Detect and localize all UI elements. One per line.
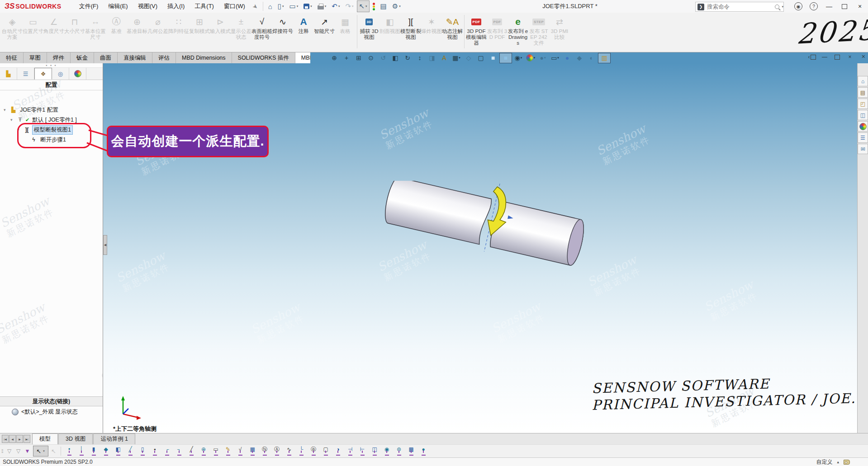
expander-icon[interactable]: ▾	[10, 118, 16, 122]
note-button[interactable]: A注释	[293, 13, 314, 40]
dropdown-arrow-icon[interactable]: ▾	[352, 5, 354, 8]
sphere-tool[interactable]: ●	[417, 445, 430, 457]
bend-note-tool[interactable]: └	[295, 445, 308, 457]
tab-焊件[interactable]: 焊件	[47, 52, 71, 63]
search-dropdown-icon[interactable]: ▾	[782, 5, 783, 9]
extrude-tool[interactable]: ▮	[88, 445, 100, 457]
section-view-icon[interactable]: ◧	[389, 53, 401, 63]
normal-to-icon[interactable]: ↕	[414, 53, 426, 63]
break-left-tool[interactable]: ⊣	[344, 445, 356, 457]
file-explorer-icon[interactable]: ◰	[858, 99, 868, 109]
select-tool-button[interactable]: ↖▾	[33, 446, 48, 457]
menu-item[interactable]: 工具(T)	[190, 0, 219, 13]
section-tool[interactable]: ◑	[332, 445, 344, 457]
dropdown-arrow-icon[interactable]: ▾	[534, 56, 536, 60]
chamfer-tool[interactable]: ╱	[124, 445, 137, 457]
filter-all-icon[interactable]: ▽	[5, 446, 14, 456]
broken-cylinder-model[interactable]	[371, 181, 624, 316]
filter-annotations-icon[interactable]: ▼	[23, 446, 32, 456]
minimize-button[interactable]: —	[823, 1, 835, 12]
doc-restore-button[interactable]	[833, 53, 842, 61]
expander-icon[interactable]: ▾	[4, 108, 9, 112]
doc-tab-运动算例 1[interactable]: 运动算例 1	[93, 433, 135, 444]
restore-button[interactable]	[838, 1, 851, 12]
tab-MBD Dimensions[interactable]: MBD Dimensions	[176, 52, 232, 63]
pin-menu-icon[interactable]: ➤	[251, 2, 259, 11]
concentric-tool[interactable]: ⊚	[393, 445, 405, 457]
options-gear-icon[interactable]: ⚙▾	[390, 0, 403, 12]
first-tab-button[interactable]: |◀	[2, 435, 9, 443]
tag-icon[interactable]	[844, 460, 850, 465]
search-icon[interactable]	[775, 5, 779, 9]
hide-show-items-icon[interactable]: ◉▾	[512, 53, 524, 63]
weld-symbol-tool[interactable]: ∿	[283, 445, 295, 457]
pan-icon[interactable]: +	[341, 53, 352, 63]
revolve-tool[interactable]: ◆	[100, 445, 112, 457]
menu-item[interactable]: 编辑(E)	[103, 0, 133, 13]
dropdown-arrow-icon[interactable]: ▾	[282, 5, 284, 8]
note-letter-tool[interactable]: Ⓐ	[271, 445, 283, 457]
search-input[interactable]	[706, 3, 775, 10]
doc-tab-3D 视图[interactable]: 3D 视图	[58, 433, 93, 444]
custom-properties-icon[interactable]: ☰	[858, 132, 868, 143]
centerline-tool[interactable]: │	[76, 445, 88, 457]
expand-arrow-icon[interactable]: ▴	[837, 460, 839, 464]
tree-item[interactable]: ▾▙JOE零件1 配置	[0, 105, 103, 115]
menu-item[interactable]: 视图(V)	[133, 0, 162, 13]
account-icon[interactable]: ◉	[792, 1, 805, 12]
view-orientation-icon[interactable]: ▦▾	[451, 53, 462, 63]
point-tool[interactable]: •	[63, 445, 76, 457]
hole-wizard-tool[interactable]: ⊕	[198, 445, 210, 457]
tab-特征[interactable]: 特征	[0, 52, 24, 63]
undo-icon[interactable]: ↶▾	[329, 0, 342, 12]
design-library-icon[interactable]: ▤	[858, 87, 868, 98]
hidden-lines-visible-icon[interactable]: ▢	[475, 53, 487, 63]
dynamic-annotation-icon[interactable]: A	[438, 53, 450, 63]
home-icon[interactable]: ⌂	[266, 0, 275, 12]
dropdown-arrow-icon[interactable]: ▾	[310, 5, 312, 8]
home-tab-icon[interactable]: ⌂	[858, 76, 868, 86]
select-arrow-icon[interactable]: ↖▾	[357, 0, 370, 12]
note-number-tool[interactable]: Ⓝ	[259, 445, 271, 457]
redo-icon[interactable]: ↷▾	[343, 0, 356, 12]
split-view-tool[interactable]: ◫	[369, 445, 381, 457]
configurationmanager-tab[interactable]: ❖	[34, 68, 52, 80]
dropdown-arrow-icon[interactable]: ▾	[521, 56, 522, 60]
line-tool[interactable]: ╱	[185, 445, 198, 457]
tab-SOLIDWORKS 插件[interactable]: SOLIDWORKS 插件	[232, 52, 295, 63]
rebuild-traffic-light-icon[interactable]	[370, 0, 377, 12]
weld-symbol-button[interactable]: ∿焊接符号	[272, 13, 293, 40]
panel-splitter-handle[interactable]: • • •	[0, 63, 103, 68]
close-button[interactable]: ×	[854, 1, 866, 12]
prev-tab-button[interactable]: ◀	[9, 435, 16, 443]
tab-钣金[interactable]: 钣金	[71, 52, 94, 63]
display-state-item[interactable]: <默认>_外观 显示状态	[0, 406, 103, 417]
new-document-icon[interactable]: ▯▾	[275, 0, 286, 12]
mbd-view-mode-icon[interactable]: ▥	[598, 53, 611, 63]
customize-label[interactable]: 自定义	[816, 458, 832, 466]
doc-close-button[interactable]: ×	[845, 53, 854, 61]
surface-finish-symbol-button[interactable]: √表面粗糙度符号	[251, 13, 272, 40]
zoom-to-fit-icon[interactable]: ⊕	[328, 53, 340, 63]
dropdown-arrow-icon[interactable]: ▾	[399, 5, 401, 8]
vertex-tool[interactable]: ▪	[149, 445, 161, 457]
tab-直接编辑[interactable]: 直接编辑	[118, 52, 152, 63]
edit-appearance-icon[interactable]: ▾	[525, 53, 536, 63]
last-tab-button[interactable]: ▶|	[24, 435, 30, 443]
dropdown-arrow-icon[interactable]: ▾	[297, 5, 299, 8]
model-break-view-button[interactable]: ][模型断裂视图	[400, 13, 421, 40]
task-pane-close-icon[interactable]: ×	[862, 53, 865, 60]
dropdown-arrow-icon[interactable]: ▾	[338, 5, 340, 8]
save-icon[interactable]: ▾	[301, 0, 314, 12]
pane-splitter-arrow[interactable]: ◀	[103, 235, 107, 255]
dropdown-arrow-icon[interactable]: ▾	[459, 56, 460, 60]
view-palette-icon[interactable]: ◫	[858, 110, 868, 120]
tab-曲面[interactable]: 曲面	[94, 52, 118, 63]
filter-dimensions-icon[interactable]: ▽	[14, 446, 23, 456]
dropdown-arrow-icon[interactable]: ▾	[365, 5, 367, 8]
doc-minimize-button[interactable]: —	[820, 53, 829, 61]
appearances-icon[interactable]	[858, 121, 868, 132]
three-point-rectangle-tool[interactable]: ┐	[173, 445, 185, 457]
help-icon[interactable]: ?	[807, 1, 820, 12]
datum-frame-tool[interactable]: ▢	[320, 445, 332, 457]
